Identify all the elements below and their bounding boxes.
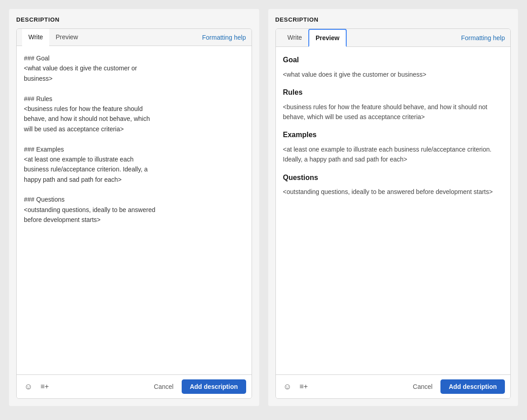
left-cancel-button[interactable]: Cancel <box>149 380 178 393</box>
right-editor-footer: ☺ ≡+ Cancel Add description <box>276 374 511 398</box>
left-formatting-help-link[interactable]: Formatting help <box>202 34 246 41</box>
right-template-icon[interactable]: ≡+ <box>298 380 310 393</box>
preview-heading: Goal <box>283 54 504 66</box>
preview-body: <outstanding questions, ideally to be an… <box>283 187 504 197</box>
left-editor-footer: ☺ ≡+ Cancel Add description <box>17 374 252 398</box>
left-tabs-bar: Write Preview Formatting help <box>17 29 252 46</box>
left-editor-box: Write Preview Formatting help ### Goal <… <box>16 28 252 399</box>
right-tab-preview[interactable]: Preview <box>308 29 347 47</box>
left-add-button[interactable]: Add description <box>182 379 246 394</box>
right-formatting-help-link[interactable]: Formatting help <box>461 34 505 42</box>
left-tab-preview[interactable]: Preview <box>49 29 84 46</box>
preview-heading: Rules <box>283 87 504 98</box>
right-editor-box: Write Preview Formatting help Goal<what … <box>275 28 511 399</box>
left-template-icon[interactable]: ≡+ <box>38 380 51 393</box>
right-emoji-icon[interactable]: ☺ <box>281 380 294 393</box>
right-panel: DESCRIPTION Write Preview Formatting hel… <box>268 9 518 406</box>
left-emoji-icon[interactable]: ☺ <box>22 380 35 393</box>
right-cancel-button[interactable]: Cancel <box>408 380 437 393</box>
preview-heading: Questions <box>283 172 504 184</box>
preview-body: <what value does it give the customer or… <box>283 69 504 79</box>
right-tab-write[interactable]: Write <box>281 29 308 46</box>
right-section-label: DESCRIPTION <box>275 16 511 23</box>
preview-body: <at least one example to illustrate each… <box>283 144 504 165</box>
preview-body: <business rules for how the feature shou… <box>283 102 504 122</box>
left-tab-write[interactable]: Write <box>22 29 49 46</box>
left-editor-content[interactable]: ### Goal <what value does it give the cu… <box>17 46 252 374</box>
preview-heading: Examples <box>283 129 504 141</box>
left-panel: DESCRIPTION Write Preview Formatting hel… <box>9 9 259 406</box>
right-tabs-bar: Write Preview Formatting help <box>276 29 511 47</box>
right-add-button[interactable]: Add description <box>440 379 505 394</box>
left-section-label: DESCRIPTION <box>16 16 252 23</box>
right-preview-content: Goal<what value does it give the custome… <box>276 47 511 374</box>
